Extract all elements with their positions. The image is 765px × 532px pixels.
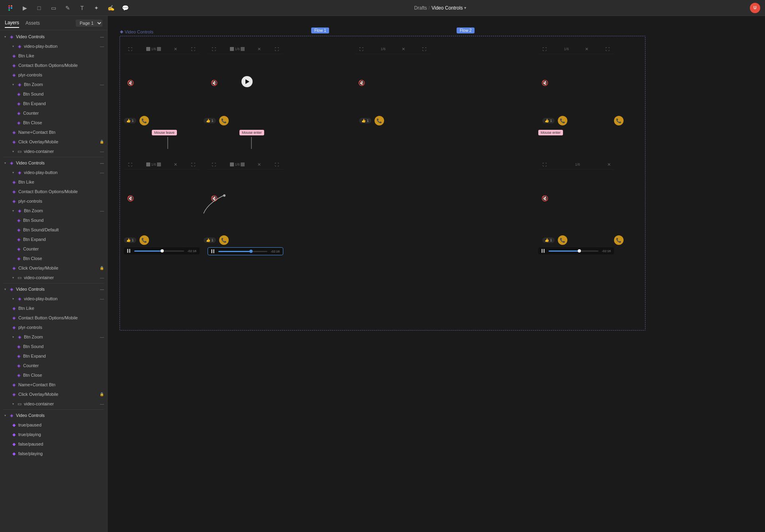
video-card-4[interactable]: ⛶ 1/6 ✕ ⛶ 🔇 — [538, 44, 614, 88]
mute-icon-5[interactable]: 🔇 — [127, 195, 134, 201]
expand-icon-4[interactable]: ⛶ — [541, 46, 548, 52]
pause-play-3[interactable] — [541, 249, 545, 253]
collapse-btn-11[interactable]: — — [100, 335, 104, 339]
expand-icon-2b[interactable]: ⛶ — [274, 46, 280, 52]
layer-btn-sound-3[interactable]: ◈ Btn Sound — [0, 342, 107, 351]
comment-tool[interactable]: 💬 — [120, 2, 131, 14]
expand-icon-7[interactable]: ⛶ — [541, 161, 548, 168]
collapse-btn-5[interactable]: — — [100, 161, 104, 165]
like-badge-bottom-2[interactable]: 👍 1 — [204, 237, 216, 243]
video-card-5[interactable]: ⛶ 1/6 ✕ ⛶ 🔇 — [124, 160, 200, 203]
layer-btn-zoom-1[interactable]: ▾ ◈ Btn Zoom — — [0, 80, 107, 89]
mute-icon-3[interactable]: 🔇 — [358, 80, 365, 86]
layer-click-overlay-2[interactable]: ◈ Click Overlay/Mobile 🔒 — [0, 263, 107, 273]
video-card-1[interactable]: ⛶ 1/6 ✕ ⛶ 🔇 — [124, 44, 200, 88]
layer-counter-1[interactable]: ◈ Counter — [0, 108, 107, 118]
layer-btn-expand-1[interactable]: ◈ Btn Expand — [0, 99, 107, 108]
pause-play-1[interactable] — [127, 249, 131, 253]
layer-vc2-header[interactable]: ▾ ◈ Video Controls — — [0, 158, 107, 168]
move-tool[interactable]: ▶ — [19, 2, 30, 14]
progress-dot-1[interactable] — [161, 249, 164, 252]
project-title[interactable]: Video Controls — [432, 5, 463, 11]
expand-icon-6b[interactable]: ⛶ — [274, 161, 280, 168]
expand-icon-5[interactable]: ⛶ — [127, 161, 133, 168]
collapse-btn-7[interactable]: — — [100, 209, 104, 213]
like-badge-bottom-3[interactable]: 👍 1 — [542, 237, 555, 243]
mute-icon-4[interactable]: 🔇 — [541, 80, 548, 86]
video-card-3[interactable]: ⛶ 1/6 ✕ ⛶ 🔇 — [355, 44, 431, 88]
pause-btn-1[interactable] — [127, 249, 131, 253]
like-badge-1[interactable]: 👍 1 — [124, 118, 136, 123]
dropdown-icon[interactable]: ▾ — [464, 6, 466, 10]
pause-play-2[interactable] — [211, 249, 215, 253]
mute-icon-2[interactable]: 🔇 — [211, 80, 218, 86]
frame-tool[interactable]: □ — [33, 2, 45, 14]
expand-icon-4b[interactable]: ⛶ — [604, 46, 611, 52]
layer-click-overlay-1[interactable]: ◈ Click Overlay/Mobile 🔒 — [0, 137, 107, 147]
shape-tool[interactable]: ▭ — [48, 2, 59, 14]
like-badge-3[interactable]: 👍 1 — [359, 118, 371, 123]
layer-btn-expand-3[interactable]: ◈ Btn Expand — [0, 351, 107, 361]
layer-counter-3[interactable]: ◈ Counter — [0, 361, 107, 370]
layer-btn-zoom-2[interactable]: ▾ ◈ Btn Zoom — — [0, 206, 107, 215]
layer-video-container-1[interactable]: ▾ ▭ video-container — — [0, 147, 107, 156]
text-tool[interactable]: T — [76, 2, 88, 14]
layer-video-container-3[interactable]: ▾ ▭ video-container — — [0, 399, 107, 409]
progress-dot-3[interactable] — [578, 249, 581, 252]
expand-icon-6[interactable]: ⛶ — [211, 161, 217, 168]
layer-btn-like-1[interactable]: ◈ Btn Like — [0, 51, 107, 61]
layer-btn-sound-default-2[interactable]: ◈ Btn Sound/Default — [0, 225, 107, 235]
layer-video-play-button-3[interactable]: ▾ ◈ video-play-button — — [0, 294, 107, 303]
layer-click-overlay-3[interactable]: ◈ Click Overlay/Mobile 🔒 — [0, 389, 107, 399]
layer-false-playing[interactable]: ◆ false/playing — [0, 449, 107, 458]
components-tool[interactable]: ✦ — [91, 2, 102, 14]
layer-vc4-header[interactable]: ▾ ◈ Video Controls — [0, 411, 107, 420]
like-badge-4[interactable]: 👍 1 — [542, 118, 555, 123]
expand-icon-1b[interactable]: ⛶ — [190, 46, 196, 52]
tab-layers[interactable]: Layers — [5, 18, 19, 28]
collapse-btn-12[interactable]: — — [100, 402, 104, 406]
layer-plyr-1[interactable]: ◈ plyr-controls — [0, 70, 107, 80]
expand-icon-3b[interactable]: ⛶ — [421, 46, 428, 52]
video-card-playing-1[interactable]: -02:16 — [124, 247, 200, 254]
phone-badge-5[interactable]: 📞 — [614, 116, 624, 125]
layer-video-container-2[interactable]: ▾ ▭ video-container — — [0, 273, 107, 282]
breadcrumb-parent[interactable]: Drafts — [414, 5, 427, 11]
phone-badge-bottom-2[interactable]: 📞 — [219, 235, 229, 245]
expand-icon-2[interactable]: ⛶ — [211, 46, 217, 52]
tab-assets[interactable]: Assets — [26, 19, 40, 27]
phone-badge-1[interactable]: 📞 — [139, 116, 149, 125]
phone-badge-2[interactable]: 📞 — [219, 116, 229, 125]
canvas[interactable]: ◆ Video Controls Flow 1 Flow 2 ⛶ 1/6 — [108, 16, 765, 532]
layer-btn-close-1[interactable]: ◈ Btn Close — [0, 118, 107, 127]
close-btn-2[interactable]: ✕ — [257, 47, 261, 52]
progress-dot-2[interactable] — [249, 250, 253, 253]
phone-badge-4[interactable]: 📞 — [558, 116, 567, 125]
layer-true-paused[interactable]: ◆ true/paused — [0, 420, 107, 430]
close-btn-5[interactable]: ✕ — [174, 162, 177, 167]
layer-btn-sound-2[interactable]: ◈ Btn Sound — [0, 215, 107, 225]
like-badge-2[interactable]: 👍 1 — [204, 118, 216, 123]
collapse-btn-3[interactable]: — — [100, 82, 104, 87]
phone-badge-3[interactable]: 📞 — [375, 116, 384, 125]
collapse-btn[interactable]: — — [100, 35, 104, 39]
close-btn-6[interactable]: ✕ — [257, 162, 261, 167]
layer-contact-2[interactable]: ◈ Contact Button Options/Mobile — [0, 187, 107, 196]
video-card-playing-2[interactable]: -02:16 — [208, 247, 283, 255]
layer-counter-2[interactable]: ◈ Counter — [0, 244, 107, 254]
collapse-btn-6[interactable]: — — [100, 170, 104, 175]
collapse-btn-4[interactable]: — — [100, 149, 104, 154]
collapse-btn-9[interactable]: — — [100, 287, 104, 291]
layer-btn-zoom-3[interactable]: ▾ ◈ Btn Zoom — — [0, 332, 107, 342]
figma-menu[interactable] — [5, 2, 16, 14]
layer-btn-close-3[interactable]: ◈ Btn Close — [0, 370, 107, 380]
pause-btn-2[interactable] — [211, 249, 215, 253]
layer-btn-like-3[interactable]: ◈ Btn Like — [0, 303, 107, 313]
close-btn-3[interactable]: ✕ — [402, 47, 405, 52]
like-badge-bottom-1[interactable]: 👍 1 — [124, 237, 136, 243]
hand-tool[interactable]: ✍ — [105, 2, 116, 14]
phone-badge-bottom-4[interactable]: 📞 — [614, 235, 624, 245]
layer-video-play-button-1[interactable]: ▾ ◈ video-play-button — — [0, 41, 107, 51]
close-btn-7[interactable]: ✕ — [607, 162, 611, 167]
phone-badge-bottom-3[interactable]: 📞 — [558, 235, 567, 245]
